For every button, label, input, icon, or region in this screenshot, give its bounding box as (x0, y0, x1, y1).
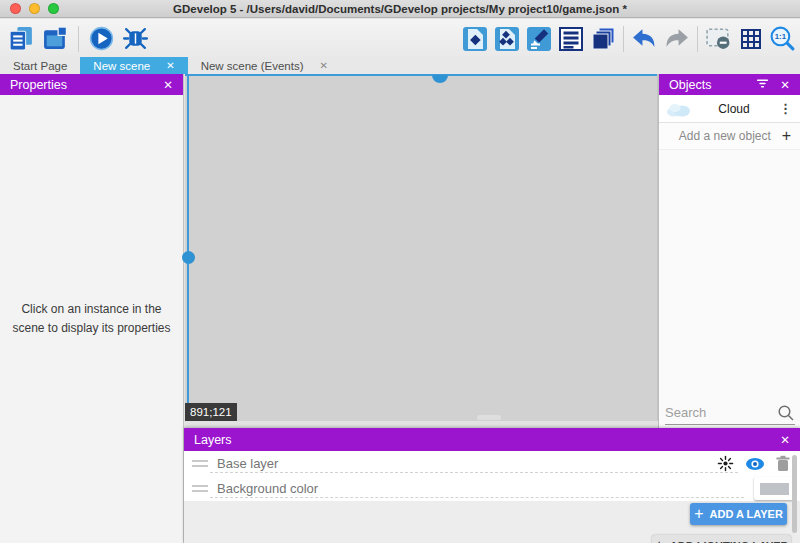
vertical-scrollbar[interactable] (187, 74, 189, 421)
effects-icon (717, 455, 734, 472)
tab-new-scene[interactable]: New scene ✕ (80, 57, 187, 74)
properties-panel-header: Properties ✕ (0, 74, 183, 95)
object-row-cloud[interactable]: Cloud ⋮ (659, 95, 800, 123)
start-page-icon (42, 25, 69, 52)
maximize-window-button[interactable] (48, 3, 59, 14)
object-name: Cloud (691, 102, 777, 116)
toolbar-separator (623, 26, 624, 52)
layers-icon (590, 26, 616, 52)
vertical-scrollbar-thumb[interactable] (182, 251, 195, 264)
properties-panel-title: Properties (10, 78, 67, 92)
undo-button[interactable] (630, 24, 659, 53)
add-object-label: Add a new object (668, 129, 782, 143)
objects-panel-header: Objects ✕ (659, 74, 800, 95)
close-properties-icon[interactable]: ✕ (163, 78, 173, 92)
horizontal-scrollbar-thumb[interactable] (432, 75, 448, 83)
add-lighting-layer-button[interactable]: + ADD LIGHTING LAYER (652, 535, 791, 543)
close-tab-icon[interactable]: ✕ (166, 60, 174, 71)
layers-panel: Layers ✕ Base layer (184, 428, 800, 543)
close-layers-icon[interactable]: ✕ (780, 433, 790, 447)
layers-scrollbar-thumb[interactable] (792, 455, 797, 533)
cursor-coordinates-badge: 891;121 (185, 403, 237, 421)
layer-actions (715, 451, 792, 476)
filter-icon (755, 77, 770, 90)
close-objects-icon[interactable]: ✕ (780, 78, 790, 92)
tab-new-scene-events[interactable]: New scene (Events) ✕ (188, 57, 341, 74)
toolbar-separator (697, 26, 698, 52)
svg-text:1:1: 1:1 (775, 32, 787, 41)
objects-search-field (665, 401, 795, 425)
search-icon (777, 404, 795, 422)
zoom-options-button[interactable]: 1:1 (768, 24, 797, 53)
close-window-button[interactable] (10, 3, 21, 14)
objects-panel: Objects ✕ Cloud ⋮ Add a new object (658, 74, 800, 428)
bottom-scrollbar-thumb[interactable] (477, 415, 501, 420)
open-instances-list-button[interactable] (556, 24, 585, 53)
grid-icon (738, 26, 764, 52)
plus-icon: + (782, 128, 791, 144)
tab-label: New scene (Events) (201, 60, 304, 72)
layer-name-field[interactable]: Background color (217, 481, 318, 496)
tab-label: New scene (93, 60, 150, 72)
window-controls (10, 3, 59, 14)
horizontal-scrollbar[interactable] (185, 74, 657, 76)
objects-editor-icon (462, 26, 488, 52)
layer-effects-button[interactable] (715, 455, 736, 472)
zoom-1-1-icon: 1:1 (769, 25, 796, 52)
debug-button[interactable] (121, 24, 150, 53)
toolbar-separator (78, 26, 79, 52)
scene-editor-area: 891;121 (185, 74, 658, 428)
gdevelop-window: GDevelop 5 - /Users/david/Documents/GDev… (0, 0, 800, 543)
layer-row-base: Base layer (184, 451, 800, 476)
play-icon (88, 25, 115, 52)
add-new-object-button[interactable]: Add a new object + (659, 123, 800, 150)
toggle-window-mask-button[interactable] (704, 24, 733, 53)
redo-button[interactable] (662, 24, 691, 53)
close-tab-icon[interactable]: ✕ (320, 60, 328, 71)
tabbar: Start Page New scene ✕ New scene (Events… (0, 57, 800, 74)
background-color-swatch[interactable] (754, 477, 795, 500)
eye-icon (745, 457, 765, 471)
open-properties-panel-button[interactable] (524, 24, 553, 53)
plus-icon: + (694, 506, 703, 522)
project-manager-button[interactable] (7, 24, 36, 53)
drag-handle-icon[interactable] (192, 485, 208, 492)
instances-list-icon (558, 26, 584, 52)
color-swatch-value (760, 483, 789, 495)
drag-handle-icon[interactable] (192, 460, 208, 467)
layer-name-field[interactable]: Base layer (217, 456, 278, 471)
object-menu-icon[interactable]: ⋮ (777, 101, 794, 116)
layer-name-underline (210, 472, 738, 473)
scene-canvas[interactable]: 891;121 (185, 74, 658, 421)
start-page-button[interactable] (41, 24, 70, 53)
window-mask-icon (705, 25, 732, 52)
filter-objects-button[interactable] (755, 77, 770, 92)
layer-visibility-button[interactable] (743, 457, 767, 471)
delete-layer-button[interactable] (774, 455, 792, 472)
layers-panel-header: Layers ✕ (184, 428, 800, 451)
plus-icon: + (654, 538, 663, 543)
open-object-groups-button[interactable] (492, 24, 521, 53)
toggle-grid-button[interactable] (736, 24, 765, 53)
properties-panel: Properties ✕ Click on an instance in the… (0, 74, 184, 543)
project-manager-icon (8, 25, 35, 52)
layers-panel-title: Layers (194, 433, 232, 447)
redo-icon (663, 25, 690, 53)
tab-start-page[interactable]: Start Page (0, 57, 80, 74)
titlebar: GDevelop 5 - /Users/david/Documents/GDev… (0, 0, 800, 18)
undo-icon (631, 25, 658, 53)
toolbar-right-group: 1:1 (460, 24, 797, 53)
open-layers-editor-button[interactable] (588, 24, 617, 53)
window-title: GDevelop 5 - /Users/david/Documents/GDev… (173, 3, 627, 15)
search-input[interactable] (665, 405, 777, 420)
toolbar-left-group (7, 24, 150, 53)
minimize-window-button[interactable] (29, 3, 40, 14)
cloud-thumbnail (665, 101, 691, 117)
add-layer-button[interactable]: + ADD A LAYER (690, 503, 787, 525)
play-preview-button[interactable] (87, 24, 116, 53)
add-layer-label: ADD A LAYER (710, 508, 783, 520)
trash-icon (776, 455, 790, 472)
properties-pencil-icon (526, 26, 552, 52)
tab-label: Start Page (13, 60, 67, 72)
open-objects-editor-button[interactable] (460, 24, 489, 53)
